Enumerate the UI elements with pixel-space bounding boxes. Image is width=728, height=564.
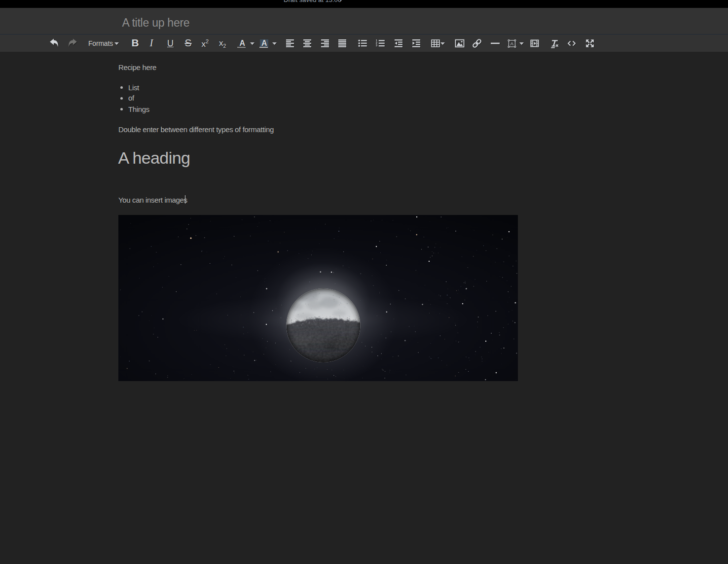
svg-text:A: A bbox=[510, 41, 513, 46]
svg-text:3: 3 bbox=[376, 44, 377, 47]
